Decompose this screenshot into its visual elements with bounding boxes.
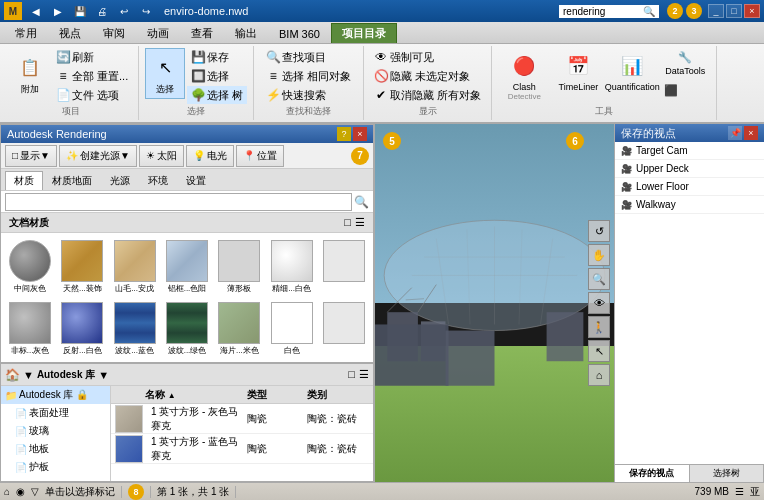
material-item-3[interactable]: 山毛...安戊 (110, 237, 160, 297)
col-type-header[interactable]: 类型 (243, 388, 303, 402)
material-item-6[interactable]: 精细...白色 (266, 237, 316, 297)
material-item-8[interactable]: 非标...灰色 (5, 299, 55, 359)
material-search-icon[interactable]: 🔍 (354, 195, 369, 209)
btn-hide-unsel[interactable]: 🚫 隐藏 未选定对象 (370, 67, 474, 85)
btn-find-item[interactable]: 🔍 查找项目 (262, 48, 330, 66)
material-item-13[interactable]: 白色 (266, 299, 316, 359)
btn-quantification[interactable]: 📊 Quantification (606, 48, 658, 94)
btn-select2[interactable]: 🔲 选择 (187, 67, 247, 85)
lib-row-2[interactable]: 1 英寸方形 - 蓝色马赛克 陶瓷 陶瓷：瓷砖 (111, 434, 373, 464)
view-item-1[interactable]: 🎥 Target Cam (615, 142, 764, 160)
material-item-4[interactable]: 铝框...色阳 (162, 237, 212, 297)
view-item-4[interactable]: 🎥 Walkway (615, 196, 764, 214)
sv-tab-tree[interactable]: 选择树 (690, 465, 765, 482)
btn-all-reset[interactable]: ≡ 全部 重置... (52, 67, 132, 85)
vp-tool-zoom[interactable]: 🔍 (588, 268, 610, 290)
vp-tool-walk[interactable]: 🚶 (588, 316, 610, 338)
qa-btn-6[interactable]: ↪ (136, 2, 156, 20)
sv-close-btn[interactable]: × (744, 126, 758, 140)
btn-select-tree[interactable]: 🌳 选择 树 (187, 86, 247, 104)
material-item-7[interactable] (319, 237, 369, 297)
btn-position[interactable]: 📍 位置 (236, 145, 284, 167)
library-grid-btn[interactable]: □ (348, 368, 355, 381)
tree-item-surface[interactable]: 📄 表面处理 (1, 404, 110, 422)
sv-tab-views[interactable]: 保存的视点 (615, 465, 690, 482)
col-name-header[interactable]: 名称 ▲ (141, 388, 243, 402)
qa-btn-3[interactable]: 💾 (70, 2, 90, 20)
btn-datatools[interactable]: 🔧 DataTools (660, 48, 710, 79)
tree-item-shield[interactable]: 📄 护板 (1, 458, 110, 476)
library-nav-btn[interactable]: ▼ (23, 369, 34, 381)
btn-save-select[interactable]: 💾 保存 (187, 48, 247, 66)
list-view-btn[interactable]: ☰ (355, 216, 365, 229)
library-list-btn[interactable]: ☰ (359, 368, 369, 381)
view-item-2[interactable]: 🎥 Upper Deck (615, 160, 764, 178)
lib-row-1[interactable]: 1 英寸方形 - 灰色马赛克 陶瓷 陶瓷：瓷砖 (111, 404, 373, 434)
material-item-2[interactable]: 天然...装饰 (57, 237, 107, 297)
material-item-10[interactable]: 波纹...蓝色 (110, 299, 160, 359)
search-icon[interactable]: 🔍 (643, 6, 655, 17)
tab-settings[interactable]: 设置 (177, 171, 215, 190)
btn-show-all[interactable]: ✔ 取消隐藏 所有对象 (370, 86, 485, 104)
rendering-close-btn[interactable]: × (353, 127, 367, 141)
tab-environment[interactable]: 环境 (139, 171, 177, 190)
qa-btn-5[interactable]: ↩ (114, 2, 134, 20)
btn-hide-selected[interactable]: 👁 强制可见 (370, 48, 438, 66)
btn-quick-search[interactable]: ⚡ 快速搜索 (262, 86, 330, 104)
vp-tool-home[interactable]: ⌂ (588, 364, 610, 386)
tab-bim360[interactable]: BIM 360 (268, 23, 331, 43)
sv-pin-btn[interactable]: 📌 (728, 126, 742, 140)
btn-electric[interactable]: 💡 电光 (186, 145, 234, 167)
btn-refresh[interactable]: 🔄 刷新 (52, 48, 132, 66)
maximize-btn[interactable]: □ (726, 4, 742, 18)
tree-item-glass[interactable]: 📄 玻璃 (1, 422, 110, 440)
material-item-14[interactable] (319, 299, 369, 359)
library-expand-btn[interactable]: ▼ (98, 369, 109, 381)
btn-display[interactable]: □ 显示▼ (5, 145, 57, 167)
tab-light[interactable]: 光源 (101, 171, 139, 190)
rendering-help-btn[interactable]: ? (337, 127, 351, 141)
btn-select-same[interactable]: ≡ 选择 相同对象 (262, 67, 355, 85)
btn-attach[interactable]: 📋 附加 (10, 48, 50, 99)
close-btn[interactable]: × (744, 4, 760, 18)
btn-more[interactable]: ⬛ (660, 81, 710, 99)
rendering-toolbar: □ 显示▼ ✨ 创建光源▼ ☀ 太阳 💡 电光 📍 位置 (1, 143, 373, 169)
btn-timeliner[interactable]: 📅 TimeLiner (552, 48, 604, 94)
qa-btn-2[interactable]: ▶ (48, 2, 68, 20)
library-home-icon[interactable]: 🏠 (5, 368, 20, 382)
tab-output[interactable]: 输出 (224, 23, 268, 43)
btn-clash[interactable]: 🔴 Clash Detective (498, 48, 550, 103)
vp-tool-pan[interactable]: ✋ (588, 244, 610, 266)
tab-animation[interactable]: 动画 (136, 23, 180, 43)
tree-item-floor[interactable]: 📄 地板 (1, 440, 110, 458)
grid-view-btn[interactable]: □ (344, 216, 351, 229)
material-item-5[interactable]: 薄形板 (214, 237, 264, 297)
material-search-input[interactable] (5, 193, 352, 211)
title-search-input[interactable] (563, 6, 643, 17)
tab-view[interactable]: 视点 (48, 23, 92, 43)
btn-select[interactable]: ↖ 选择 (145, 48, 185, 99)
tab-material[interactable]: 材质 (5, 171, 43, 190)
tree-item-autodesk[interactable]: 📁 Autodesk 库 🔒 (1, 386, 110, 404)
qa-btn-1[interactable]: ◀ (26, 2, 46, 20)
view-item-3[interactable]: 🎥 Lower Floor (615, 178, 764, 196)
tab-common[interactable]: 常用 (4, 23, 48, 43)
viewport[interactable]: ↺ ✋ 🔍 👁 🚶 ↖ ⌂ 5 6 (375, 124, 614, 482)
material-item-9[interactable]: 反射...白色 (57, 299, 107, 359)
btn-sun[interactable]: ☀ 太阳 (139, 145, 184, 167)
vp-tool-orbit[interactable]: ↺ (588, 220, 610, 242)
btn-file-opts[interactable]: 📄 文件 选项 (52, 86, 132, 104)
material-item-1[interactable]: 中间灰色 (5, 237, 55, 297)
material-item-11[interactable]: 波纹...绿色 (162, 299, 212, 359)
qa-btn-4[interactable]: 🖨 (92, 2, 112, 20)
material-item-12[interactable]: 海片...米色 (214, 299, 264, 359)
tab-review[interactable]: 审阅 (92, 23, 136, 43)
btn-create-light[interactable]: ✨ 创建光源▼ (59, 145, 137, 167)
col-category-header[interactable]: 类别 (303, 388, 373, 402)
tab-material-ground[interactable]: 材质地面 (43, 171, 101, 190)
tab-look[interactable]: 查看 (180, 23, 224, 43)
vp-tool-cursor[interactable]: ↖ (588, 340, 610, 362)
vp-tool-look[interactable]: 👁 (588, 292, 610, 314)
minimize-btn[interactable]: _ (708, 4, 724, 18)
tab-project[interactable]: 项目目录 (331, 23, 397, 43)
